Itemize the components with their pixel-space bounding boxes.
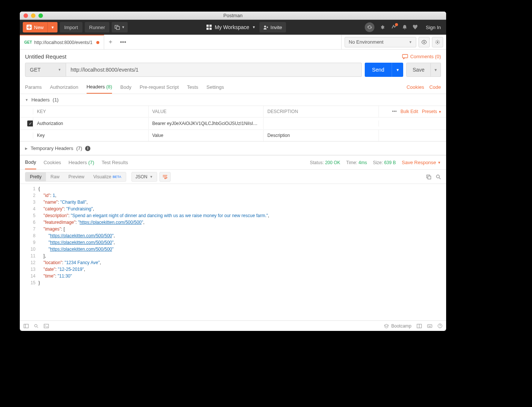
layout-icon[interactable]	[417, 324, 422, 328]
help-icon[interactable]	[438, 323, 442, 328]
import-button[interactable]: Import	[60, 22, 83, 32]
copy-icon[interactable]	[426, 174, 431, 179]
headers-collapse[interactable]: ▼ Headers (1)	[20, 94, 446, 106]
wrap-icon	[162, 174, 168, 179]
response-time: 4ms	[358, 160, 367, 165]
maximize-window-icon[interactable]	[38, 13, 43, 18]
view-visualize[interactable]: Visualize BETA	[89, 172, 126, 181]
view-preview[interactable]: Preview	[64, 172, 89, 181]
keyboard-icon[interactable]	[427, 324, 432, 328]
settings-icon[interactable]	[391, 24, 397, 30]
close-window-icon[interactable]	[24, 13, 28, 18]
runner-button[interactable]: Runner	[85, 22, 110, 32]
find-icon[interactable]	[34, 324, 38, 328]
code-link[interactable]: Code	[429, 84, 441, 90]
cookies-link[interactable]: Cookies	[407, 84, 424, 90]
col-value: VALUE	[149, 106, 264, 117]
svg-rect-14	[24, 324, 28, 328]
workspace-selector[interactable]: My Workspace ▼	[206, 24, 255, 30]
svg-point-7	[437, 41, 438, 43]
window-icon	[115, 25, 120, 30]
header-row: ✓ Authorization Bearer eyJ0eXAiOiJKV1QiL…	[20, 118, 446, 130]
new-button[interactable]: New ▼	[23, 22, 57, 32]
bell-icon[interactable]	[402, 24, 407, 30]
row-options-icon[interactable]: •••	[392, 109, 397, 114]
caret-down-icon: ▼	[25, 98, 28, 102]
new-button-caret[interactable]: ▼	[47, 22, 57, 32]
signin-button[interactable]: Sign In	[424, 25, 443, 30]
bootcamp-icon	[384, 324, 389, 328]
response-tabs: Body Cookies Headers (7) Test Results St…	[20, 156, 446, 170]
headers-table: KEY VALUE DESCRIPTION ••• Bulk Edit Pres…	[20, 106, 446, 141]
open-new-window-button[interactable]: ▼	[112, 22, 128, 32]
sidebar-toggle-icon[interactable]	[24, 324, 29, 328]
header-value-input[interactable]: Value	[149, 130, 264, 141]
invite-icon	[263, 25, 268, 30]
save-response-button[interactable]: Save Response ▼	[402, 160, 441, 165]
header-enabled-checkbox[interactable]: ✓	[27, 120, 33, 126]
environment-settings-button[interactable]	[432, 37, 443, 47]
tab-tests[interactable]: Tests	[187, 81, 198, 94]
tab-options-button[interactable]: •••	[117, 39, 130, 46]
resp-tab-body[interactable]: Body	[25, 156, 36, 169]
tab-settings[interactable]: Settings	[206, 81, 224, 94]
tab-params[interactable]: Params	[25, 81, 42, 94]
caret-right-icon: ▶	[25, 147, 28, 150]
method-select[interactable]: GET ▼	[25, 63, 66, 77]
tab-authorization[interactable]: Authorization	[50, 81, 78, 94]
sync-icon[interactable]	[365, 22, 374, 32]
response-body[interactable]: 123456789101112131415 { "id": 1, "name":…	[20, 184, 446, 320]
request-tabs: Params Authorization Headers (8) Body Pr…	[20, 81, 446, 94]
header-desc-input[interactable]: Description	[264, 130, 379, 141]
method-value: GET	[30, 67, 41, 73]
new-tab-button[interactable]: ＋	[104, 38, 117, 46]
info-icon[interactable]: i	[85, 146, 90, 151]
svg-point-12	[436, 175, 439, 178]
svg-rect-11	[428, 176, 431, 179]
resp-tab-headers[interactable]: Headers (7)	[69, 156, 94, 169]
heart-icon[interactable]	[413, 25, 419, 30]
line-wrap-button[interactable]	[159, 172, 171, 182]
svg-point-5	[368, 26, 371, 29]
workspace-label: My Workspace	[215, 24, 249, 30]
environment-select[interactable]: No Environment ▼	[345, 37, 416, 47]
bootcamp-button[interactable]: Bootcamp	[384, 323, 411, 329]
app-window: Postman New ▼ Import Runner ▼ My Workspa…	[20, 12, 446, 331]
search-icon[interactable]	[436, 174, 441, 179]
resp-tab-testresults[interactable]: Test Results	[102, 156, 128, 169]
tab-headers[interactable]: Headers (8)	[87, 81, 112, 94]
view-raw[interactable]: Raw	[46, 172, 64, 181]
send-button[interactable]: Send	[365, 63, 392, 77]
svg-point-27	[440, 327, 440, 327]
environment-quicklook-button[interactable]	[419, 37, 430, 47]
url-input[interactable]	[66, 63, 362, 77]
capture-icon[interactable]	[380, 24, 386, 30]
titlebar: Postman	[20, 12, 446, 20]
save-caret[interactable]: ▼	[431, 63, 441, 77]
header-key-input[interactable]: Key	[33, 130, 149, 141]
comments-button[interactable]: Comments (0)	[402, 54, 441, 59]
temporary-headers-collapse[interactable]: ▶ Temporary Headers (7) i	[20, 141, 446, 155]
response-toolbar: Pretty Raw Preview Visualize BETA JSON ▼	[20, 170, 446, 184]
tab-body[interactable]: Body	[120, 81, 131, 94]
format-select[interactable]: JSON ▼	[131, 172, 157, 182]
header-key[interactable]: Authorization	[33, 118, 149, 129]
presets-link[interactable]: Presets ▼	[422, 109, 442, 114]
header-value[interactable]: Bearer eyJ0eXAiOiJKV1QiLCJhbGciOiJSUzI1N…	[149, 118, 264, 129]
bulk-edit-link[interactable]: Bulk Edit	[401, 109, 418, 114]
header-row-new: Key Value Description	[20, 130, 446, 141]
console-icon[interactable]	[44, 324, 49, 328]
invite-button[interactable]: Invite	[259, 22, 286, 32]
request-name[interactable]: Untitled Request	[25, 53, 66, 60]
send-caret[interactable]: ▼	[392, 63, 403, 77]
tab-prerequest[interactable]: Pre-request Script	[140, 81, 179, 94]
header-desc[interactable]	[264, 120, 379, 126]
request-tab[interactable]: GET http://localhost:8000/events/1	[20, 35, 104, 49]
resp-tab-cookies[interactable]: Cookies	[44, 156, 61, 169]
view-pretty[interactable]: Pretty	[25, 172, 46, 181]
col-key: KEY	[33, 106, 149, 117]
minimize-window-icon[interactable]	[31, 13, 35, 18]
tabbar: GET http://localhost:8000/events/1 ＋ •••…	[20, 35, 446, 50]
col-desc: DESCRIPTION	[264, 106, 379, 117]
save-button[interactable]: Save	[406, 63, 431, 77]
